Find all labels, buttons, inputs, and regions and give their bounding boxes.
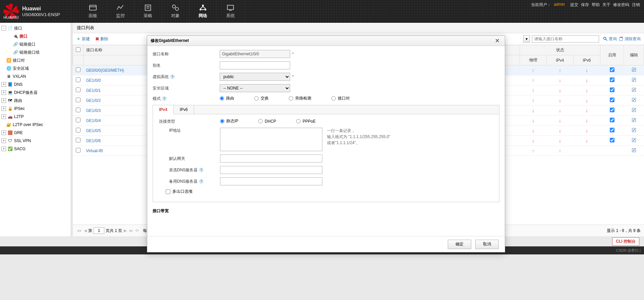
topnav-dashboard[interactable]: 面板 xyxy=(79,0,107,23)
toplink-修改密码[interactable]: 修改密码 xyxy=(613,2,629,7)
radio-option[interactable]: DHCP xyxy=(258,119,276,124)
sidebar-item[interactable]: 🖥VXLAN xyxy=(0,72,71,80)
ok-button[interactable]: 确定 xyxy=(448,240,471,249)
toggle-icon[interactable]: + xyxy=(1,90,6,95)
row-checkbox[interactable] xyxy=(76,77,80,82)
enable-checkbox[interactable] xyxy=(610,128,614,132)
row-checkbox[interactable] xyxy=(76,67,80,72)
refresh-button[interactable]: ⟳ xyxy=(135,228,140,233)
select-all-checkbox[interactable] xyxy=(76,47,80,52)
toplink-关于[interactable]: 关于 xyxy=(602,2,610,7)
sidebar-item[interactable]: +💻DHCP服务器 xyxy=(0,88,71,97)
search-button[interactable]: 查询 xyxy=(603,36,617,42)
edit-icon[interactable] xyxy=(632,118,636,122)
sidebar-item[interactable]: 🔐L2TP over IPSec xyxy=(0,121,71,129)
row-checkbox[interactable] xyxy=(76,148,80,153)
sidebar-item[interactable]: +🔒IPSec xyxy=(0,105,71,113)
radio-option[interactable]: 路由 xyxy=(220,96,234,101)
row-checkbox[interactable] xyxy=(76,118,80,122)
radio-option[interactable]: 静态IP xyxy=(220,118,238,124)
topnav-object[interactable]: 对象 xyxy=(162,0,190,23)
edit-icon[interactable] xyxy=(632,67,636,72)
help-icon[interactable]: ? xyxy=(199,168,204,172)
radio-option[interactable]: PPPoE xyxy=(296,119,316,124)
row-checkbox[interactable] xyxy=(76,98,80,102)
new-button[interactable]: ＋新建 xyxy=(76,36,90,42)
prev-page-button[interactable]: ◀ xyxy=(83,228,88,233)
edit-icon[interactable] xyxy=(632,128,636,132)
toggle-icon[interactable]: + xyxy=(1,130,6,135)
edit-icon[interactable] xyxy=(632,77,636,82)
row-checkbox[interactable] xyxy=(76,108,80,112)
multi-egress-checkbox[interactable]: 多出口选项 xyxy=(166,189,193,194)
toggle-icon[interactable]: + xyxy=(1,106,6,111)
toplink-注销[interactable]: 注销 xyxy=(632,2,640,7)
gw-input[interactable] xyxy=(220,155,322,163)
row-checkbox[interactable] xyxy=(76,138,80,142)
row-checkbox[interactable] xyxy=(76,128,80,132)
clear-search-button[interactable]: 清除查询 xyxy=(619,36,641,42)
help-icon[interactable]: ? xyxy=(199,179,204,184)
help-icon[interactable]: ? xyxy=(170,74,175,79)
sidebar-item[interactable]: 🔀接口对 xyxy=(0,56,71,64)
sidebar-item[interactable]: +📘DNS xyxy=(0,80,71,88)
tab-ipv6[interactable]: IPv6 xyxy=(174,105,194,114)
tab-ipv4[interactable]: IPv4 xyxy=(153,105,174,114)
enable-checkbox[interactable] xyxy=(610,87,614,92)
filter-dropdown[interactable]: ▾ xyxy=(523,35,530,43)
sidebar-item[interactable]: -📄接口 xyxy=(0,24,71,32)
edit-icon[interactable] xyxy=(632,87,636,92)
enable-checkbox[interactable] xyxy=(610,98,614,102)
toplink-提交[interactable]: 提交 xyxy=(570,2,578,7)
sidebar-item[interactable]: +✅SACG xyxy=(0,145,71,153)
dns1-input[interactable] xyxy=(220,166,322,174)
sidebar-item[interactable]: 🌐安全区域 xyxy=(0,64,71,72)
enable-checkbox[interactable] xyxy=(610,138,614,142)
help-icon[interactable]: ? xyxy=(162,96,167,101)
dns2-input[interactable] xyxy=(220,177,322,185)
toggle-icon[interactable]: + xyxy=(1,82,6,87)
topnav-monitor[interactable]: 监控 xyxy=(107,0,135,23)
enable-checkbox[interactable] xyxy=(610,77,614,82)
toggle-icon[interactable]: + xyxy=(1,98,6,103)
topnav-policy[interactable]: 策略 xyxy=(135,0,162,23)
toggle-icon[interactable]: - xyxy=(1,26,6,31)
edit-icon[interactable] xyxy=(632,108,636,112)
zone-select[interactable]: -- NONE -- xyxy=(220,84,290,92)
delete-button[interactable]: ✖删除 xyxy=(95,36,108,42)
cli-console-button[interactable]: CLI 控制台 xyxy=(612,237,639,246)
edit-icon[interactable] xyxy=(632,148,636,153)
toplink-保存[interactable]: 保存 xyxy=(581,2,589,7)
sidebar-item[interactable]: 🔌接口 xyxy=(0,32,71,40)
ip-textarea[interactable] xyxy=(220,128,322,151)
next-page-button[interactable]: ▶ xyxy=(122,228,128,233)
enable-checkbox[interactable] xyxy=(610,118,614,122)
last-page-button[interactable]: ⏭ xyxy=(128,228,134,233)
sidebar-item[interactable]: +🗺路由 xyxy=(0,97,71,105)
toplink-帮助[interactable]: 帮助 xyxy=(592,2,600,7)
toggle-icon[interactable]: + xyxy=(1,146,6,151)
topnav-system[interactable]: 系统 xyxy=(217,0,245,23)
radio-option[interactable]: 旁路检测 xyxy=(289,96,311,101)
radio-option[interactable]: 交换 xyxy=(254,96,269,101)
sidebar-item[interactable]: +🚗L2TP xyxy=(0,113,71,121)
topnav-network[interactable]: 网络 xyxy=(190,0,217,23)
edit-icon[interactable] xyxy=(632,138,636,142)
sidebar-item[interactable]: 🔗链路接口组 xyxy=(0,48,71,56)
enable-checkbox[interactable] xyxy=(610,67,614,72)
search-input[interactable] xyxy=(532,35,599,43)
cancel-button[interactable]: 取消 xyxy=(475,240,499,249)
alias-input[interactable] xyxy=(220,61,290,69)
enable-checkbox[interactable] xyxy=(610,108,614,112)
vsys-select[interactable]: public xyxy=(220,73,290,81)
sidebar-item[interactable]: 🔗链路接口 xyxy=(0,40,71,48)
page-input[interactable] xyxy=(94,227,104,234)
toggle-icon[interactable]: + xyxy=(1,138,6,143)
radio-option[interactable]: 接口对 xyxy=(331,96,350,101)
edit-icon[interactable] xyxy=(632,98,636,102)
close-icon[interactable]: ✕ xyxy=(493,38,501,44)
row-checkbox[interactable] xyxy=(76,87,80,92)
toggle-icon[interactable]: + xyxy=(1,114,6,119)
sidebar-item[interactable]: +🧱GRE xyxy=(0,129,71,137)
first-page-button[interactable]: ⏮ xyxy=(76,228,82,233)
